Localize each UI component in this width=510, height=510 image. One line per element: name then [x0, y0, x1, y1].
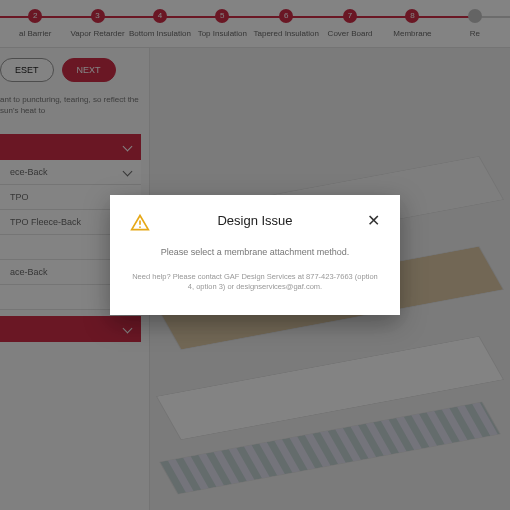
modal-overlay: Design Issue ✕ Please select a membrane …	[0, 0, 510, 510]
close-icon[interactable]: ✕	[367, 213, 380, 229]
design-issue-modal: Design Issue ✕ Please select a membrane …	[110, 195, 400, 315]
svg-point-1	[139, 227, 141, 229]
warning-icon	[130, 213, 150, 237]
modal-message: Please select a membrane attachment meth…	[130, 246, 380, 260]
modal-title: Design Issue	[217, 213, 292, 228]
modal-help-text: Need help? Please contact GAF Design Ser…	[130, 272, 380, 293]
